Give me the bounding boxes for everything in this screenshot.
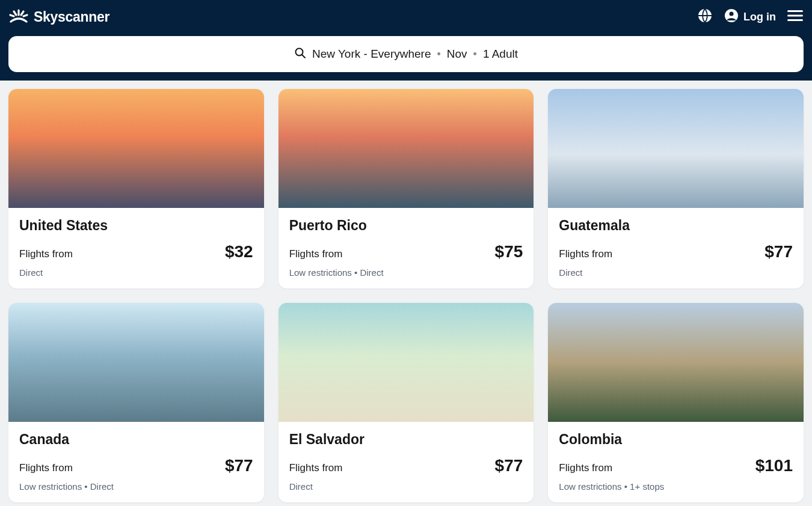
search-summary-content: New York - Everywhere • Nov • 1 Adult — [294, 47, 518, 62]
destination-image — [8, 303, 264, 422]
region-button[interactable] — [697, 8, 713, 25]
results-grid: United States Flights from $32 Direct Pu… — [0, 81, 812, 506]
menu-button[interactable] — [787, 8, 804, 25]
flights-from-label: Flights from — [559, 462, 612, 474]
search-month: Nov — [447, 47, 467, 61]
card-body: El Salvador Flights from $77 Direct — [278, 422, 534, 502]
svg-rect-5 — [787, 19, 803, 21]
price-row: Flights from $77 — [559, 242, 793, 261]
card-body: Colombia Flights from $101 Low restricti… — [548, 422, 804, 502]
globe-icon — [698, 8, 712, 25]
user-icon — [724, 8, 739, 25]
price: $77 — [225, 456, 253, 475]
price: $32 — [225, 242, 253, 261]
svg-line-7 — [303, 55, 306, 58]
card-body: Guatemala Flights from $77 Direct — [548, 208, 804, 288]
card-meta: Direct — [559, 267, 793, 278]
destination-card[interactable]: Guatemala Flights from $77 Direct — [548, 89, 804, 288]
destination-title: United States — [19, 218, 253, 234]
svg-point-2 — [729, 11, 733, 16]
svg-rect-4 — [787, 15, 803, 17]
price: $77 — [495, 456, 523, 475]
separator-dot: • — [437, 48, 440, 61]
destination-image — [278, 303, 534, 422]
destination-title: Puerto Rico — [289, 218, 523, 234]
flights-from-label: Flights from — [19, 462, 73, 474]
destination-card[interactable]: Canada Flights from $77 Low restrictions… — [8, 303, 264, 502]
logo-mark-icon — [8, 8, 29, 25]
hamburger-icon — [787, 10, 803, 24]
card-meta: Low restrictions • 1+ stops — [559, 481, 793, 492]
destination-image — [548, 303, 804, 422]
price-row: Flights from $75 — [289, 242, 523, 261]
search-pax: 1 Adult — [483, 47, 518, 61]
destination-image — [8, 89, 264, 208]
destination-card[interactable]: United States Flights from $32 Direct — [8, 89, 264, 288]
card-meta: Low restrictions • Direct — [19, 481, 253, 492]
price: $101 — [755, 456, 793, 475]
destination-title: Colombia — [559, 431, 793, 448]
flights-from-label: Flights from — [289, 248, 343, 260]
brand-logo[interactable]: Skyscanner — [8, 8, 109, 25]
flights-from-label: Flights from — [19, 248, 73, 260]
price-row: Flights from $32 — [19, 242, 253, 261]
login-button[interactable]: Log in — [724, 8, 776, 25]
destination-image — [548, 89, 804, 208]
search-summary-bar[interactable]: New York - Everywhere • Nov • 1 Adult — [8, 36, 804, 72]
price: $77 — [764, 242, 793, 261]
destination-title: El Salvador — [289, 431, 523, 448]
price: $75 — [495, 242, 523, 261]
card-meta: Direct — [289, 481, 523, 492]
svg-point-6 — [296, 48, 303, 55]
card-body: Puerto Rico Flights from $75 Low restric… — [278, 208, 534, 288]
card-body: United States Flights from $32 Direct — [8, 208, 264, 288]
price-row: Flights from $77 — [289, 456, 523, 475]
card-meta: Direct — [19, 267, 253, 278]
search-icon — [294, 47, 306, 62]
topbar: Skyscanner Log i — [8, 0, 804, 34]
login-label: Log in — [743, 11, 776, 23]
destination-card[interactable]: El Salvador Flights from $77 Direct — [278, 303, 534, 502]
topbar-right: Log in — [697, 8, 804, 25]
brand-name: Skyscanner — [34, 9, 109, 25]
destination-card[interactable]: Colombia Flights from $101 Low restricti… — [548, 303, 804, 502]
price-row: Flights from $101 — [559, 456, 793, 475]
card-body: Canada Flights from $77 Low restrictions… — [8, 422, 264, 502]
svg-rect-3 — [787, 10, 803, 12]
search-query: New York - Everywhere — [312, 47, 431, 61]
destination-title: Canada — [19, 431, 253, 448]
header: Skyscanner Log i — [0, 0, 812, 81]
separator-dot: • — [473, 48, 477, 61]
price-row: Flights from $77 — [19, 456, 253, 475]
destination-title: Guatemala — [559, 218, 793, 234]
destination-card[interactable]: Puerto Rico Flights from $75 Low restric… — [278, 89, 534, 288]
card-meta: Low restrictions • Direct — [289, 267, 523, 278]
flights-from-label: Flights from — [289, 462, 343, 474]
destination-image — [278, 89, 534, 208]
flights-from-label: Flights from — [559, 248, 612, 260]
